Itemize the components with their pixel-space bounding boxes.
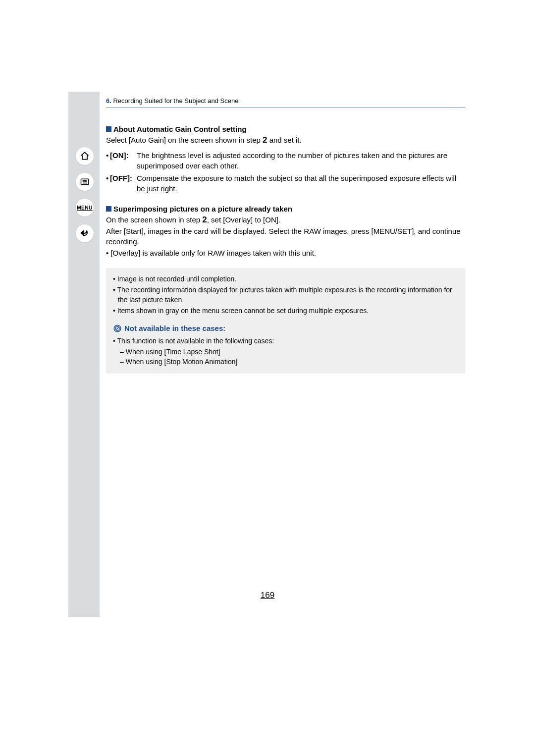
chapter-number: 6.	[106, 97, 111, 105]
section2-bullet: • [Overlay] is available only for RAW im…	[106, 248, 465, 258]
note-item: • Items shown in gray on the menu screen…	[113, 306, 458, 316]
section2-line1: On the screen shown in step 2, set [Over…	[106, 214, 465, 226]
square-bullet-icon	[106, 206, 111, 212]
menu-button[interactable]: MENU	[75, 198, 94, 217]
home-icon	[80, 151, 90, 161]
page-number[interactable]: 169	[0, 591, 535, 600]
back-button[interactable]	[75, 224, 94, 243]
not-available-heading: Not available in these cases:	[113, 323, 458, 334]
chapter-title: Recording Suited for the Subject and Sce…	[111, 97, 239, 105]
page-content: 6. Recording Suited for the Subject and …	[106, 97, 465, 374]
na-item: – When using [Stop Motion Animation]	[120, 357, 458, 367]
svg-line-6	[116, 327, 119, 330]
note-box: • Image is not recorded until completion…	[106, 268, 465, 374]
option-off: • [OFF]: Compensate the exposure to matc…	[106, 173, 465, 194]
section2-heading: Superimposing pictures on a picture alre…	[106, 205, 465, 213]
list-icon	[80, 177, 90, 187]
note-item: • Image is not recorded until completion…	[113, 274, 458, 284]
prohibit-icon	[113, 324, 122, 333]
back-arrow-icon	[80, 228, 90, 238]
breadcrumb: 6. Recording Suited for the Subject and …	[106, 97, 465, 108]
section1-heading: About Automatic Gain Control setting	[106, 125, 465, 133]
note-item: • The recording information displayed fo…	[113, 285, 458, 305]
na-intro: • This function is not available in the …	[113, 336, 458, 346]
section2-line2: After [Start], images in the card will b…	[106, 226, 465, 247]
toc-button[interactable]	[75, 172, 94, 191]
sidebar	[68, 92, 100, 617]
square-bullet-icon	[106, 126, 111, 132]
section1-intro: Select [Auto Gain] on the screen shown i…	[106, 134, 465, 146]
option-on: • [ON]: The brightness level is adjusted…	[106, 150, 465, 171]
na-item: – When using [Time Lapse Shot]	[120, 347, 458, 357]
home-button[interactable]	[75, 147, 94, 165]
menu-label: MENU	[77, 205, 92, 211]
